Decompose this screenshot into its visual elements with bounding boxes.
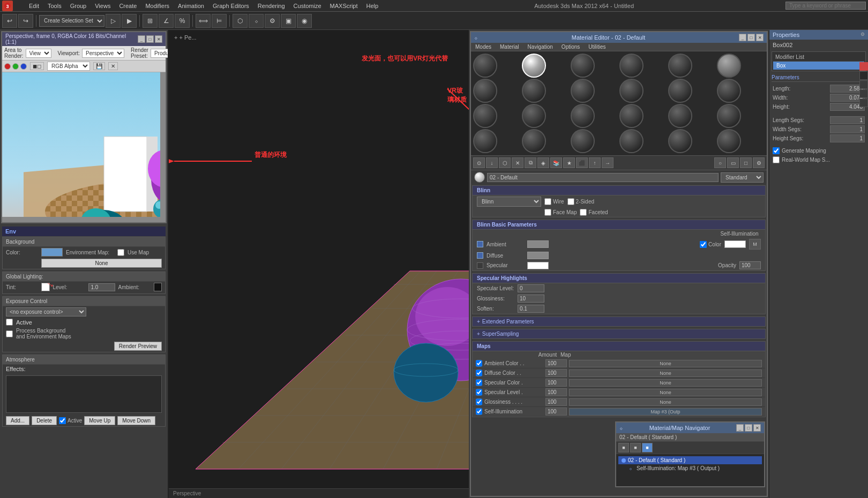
mat-sphere-13[interactable] xyxy=(473,104,497,128)
soften-input[interactable] xyxy=(518,305,544,313)
move-up-btn[interactable]: Move Up xyxy=(84,416,115,425)
ambient-map-checkbox[interactable] xyxy=(476,360,482,367)
mat-sphere-21[interactable] xyxy=(571,129,595,153)
play-btn[interactable]: ▶ xyxy=(122,14,137,28)
gen-mapping-checkbox[interactable] xyxy=(773,147,780,154)
mat-sphere-9[interactable] xyxy=(571,79,595,103)
mat-menu-options[interactable]: Options xyxy=(557,43,584,51)
mat-get-material-btn[interactable]: ⊙ xyxy=(473,157,485,168)
ambient-amount[interactable] xyxy=(545,359,567,367)
glossiness-map-slot[interactable]: None xyxy=(569,398,762,406)
mat-close[interactable]: ✕ xyxy=(756,34,764,41)
extended-params-btn[interactable]: + Extended Parameters xyxy=(472,316,766,327)
mat-mat-effects-btn[interactable]: ★ xyxy=(563,157,575,168)
mat-sphere-23[interactable] xyxy=(668,129,692,153)
mat-options-btn[interactable]: ⚙ xyxy=(753,157,765,168)
percent-snap-btn[interactable]: % xyxy=(175,14,190,28)
menu-graph-editors[interactable]: Graph Editors xyxy=(208,2,253,10)
color-swatch-3[interactable] xyxy=(859,80,868,89)
mat-sphere-18[interactable] xyxy=(717,104,741,128)
menu-customize[interactable]: Customize xyxy=(289,2,326,10)
diffuse-amount[interactable] xyxy=(545,369,567,377)
render-hscroll[interactable] xyxy=(2,217,160,222)
shader-type-select[interactable]: Blinn xyxy=(477,197,541,207)
level-input[interactable] xyxy=(88,283,115,291)
menu-maxscript[interactable]: MAXScript xyxy=(326,2,362,10)
snap-btn[interactable]: ⊞ xyxy=(143,14,158,28)
mat-menu-material[interactable]: Material xyxy=(496,43,523,51)
checker-btn[interactable]: ◼◻ xyxy=(30,62,44,70)
mat-go-to-parent-btn[interactable]: ↑ xyxy=(589,157,601,168)
mat-name-input[interactable] xyxy=(487,173,719,182)
material-editor-btn[interactable]: ⬦ xyxy=(249,14,264,28)
use-map-checkbox[interactable] xyxy=(117,249,124,256)
glossiness-map-checkbox[interactable] xyxy=(476,398,482,405)
menu-create[interactable]: Create xyxy=(115,2,141,10)
mat-sphere-8[interactable] xyxy=(522,79,546,103)
mat-assign-btn[interactable]: ⬡ xyxy=(499,157,511,168)
wire-checkbox[interactable] xyxy=(544,198,551,205)
mat-sphere-17[interactable] xyxy=(668,104,692,128)
modifier-item-box[interactable]: Box xyxy=(773,62,864,70)
mat-sphere-15[interactable] xyxy=(571,104,595,128)
mat-reset-btn[interactable]: ✕ xyxy=(512,157,523,168)
search-input[interactable] xyxy=(785,2,866,10)
area-to-render-select[interactable]: View xyxy=(26,49,51,58)
select-btn[interactable]: ▷ xyxy=(106,14,121,28)
mat-menu-modes[interactable]: Modes xyxy=(471,43,496,51)
mat-put-to-lib-btn[interactable]: 📚 xyxy=(550,157,562,168)
spec-level-map-checkbox[interactable] xyxy=(476,389,482,396)
menu-animation[interactable]: Animation xyxy=(174,2,208,10)
angle-snap-btn[interactable]: ∠ xyxy=(159,14,174,28)
diffuse-map-checkbox[interactable] xyxy=(476,369,482,376)
menu-views[interactable]: Views xyxy=(91,2,115,10)
ambient-color-slot[interactable] xyxy=(527,240,549,248)
mat-sphere-12[interactable] xyxy=(717,79,741,103)
mat-put-to-scene-btn[interactable]: ↓ xyxy=(486,157,498,168)
align-btn[interactable]: ⊨ xyxy=(212,14,227,28)
ambient-swatch[interactable] xyxy=(154,283,162,291)
mat-sphere-19[interactable] xyxy=(473,129,497,153)
mat-unique-btn[interactable]: ◈ xyxy=(537,157,549,168)
faceted-checkbox[interactable] xyxy=(580,209,587,216)
mat-sphere-1[interactable] xyxy=(473,54,497,78)
viewport-select[interactable]: Perspective xyxy=(82,49,124,58)
diffuse-map-slot[interactable]: None xyxy=(569,369,762,377)
mat-preview-sphere[interactable] xyxy=(474,172,485,183)
mat-maximize[interactable]: □ xyxy=(747,34,755,41)
mat-go-fwd-btn[interactable]: → xyxy=(602,157,613,168)
spec-level-input[interactable] xyxy=(518,284,544,292)
exposure-select[interactable]: <no exposure control> xyxy=(6,307,86,316)
menu-file[interactable] xyxy=(16,5,25,7)
color-swatch-4[interactable] xyxy=(859,89,868,98)
redo-btn[interactable]: ↪ xyxy=(18,14,33,28)
diffuse-color-slot[interactable] xyxy=(527,252,549,259)
schematic-btn[interactable]: ⬡ xyxy=(233,14,248,28)
width-segs-input[interactable] xyxy=(830,125,865,133)
active-checkbox[interactable] xyxy=(6,319,13,326)
ambient-map-slot[interactable]: None xyxy=(569,360,762,367)
bg-color-swatch[interactable] xyxy=(41,248,63,256)
glossiness-amount[interactable] xyxy=(545,398,567,406)
render-preset-select[interactable]: Production xyxy=(151,49,169,58)
color-swatch-1[interactable] xyxy=(859,62,868,71)
viewport-3d[interactable]: Z X Y + + Pe... 发光面，也可以用VR灯光代替 xyxy=(169,30,469,498)
menu-tools[interactable]: Tools xyxy=(43,2,66,10)
mat-box-view-btn[interactable]: □ xyxy=(740,157,752,168)
mat-menu-navigation[interactable]: Navigation xyxy=(523,43,557,51)
glossiness-input[interactable] xyxy=(518,295,544,303)
mat-nav-maximize[interactable]: □ xyxy=(745,424,752,432)
menu-help[interactable]: Help xyxy=(362,2,383,10)
render-vscroll[interactable] xyxy=(160,72,166,222)
self-illum-color-slot[interactable] xyxy=(724,240,746,248)
undo-btn[interactable]: ↩ xyxy=(2,14,17,28)
render-setup-btn[interactable]: ⚙ xyxy=(265,14,280,28)
render-btn[interactable]: ▣ xyxy=(281,14,296,28)
mat-sphere-3[interactable] xyxy=(571,54,595,78)
selection-filter[interactable]: Create Selection Set xyxy=(39,15,104,27)
add-effect-btn[interactable]: Add... xyxy=(6,416,29,425)
face-map-checkbox[interactable] xyxy=(544,209,551,216)
mat-copy-btn[interactable]: ⧉ xyxy=(525,157,536,168)
mirror-btn[interactable]: ⟺ xyxy=(196,14,211,28)
height-segs-input[interactable] xyxy=(830,134,865,142)
